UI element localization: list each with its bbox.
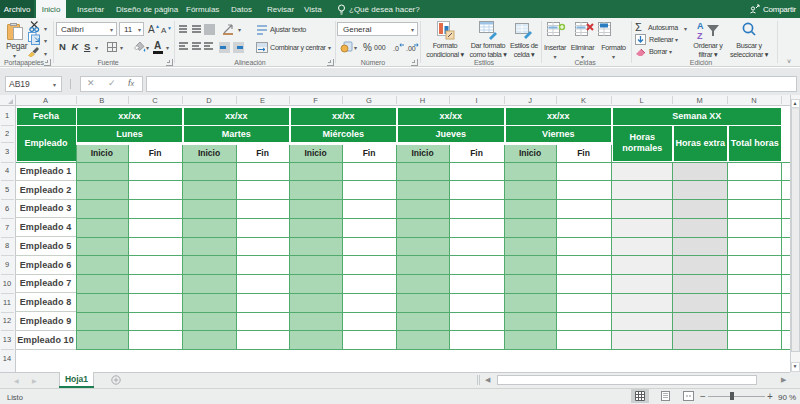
svg-text:.0: .0 — [393, 45, 399, 52]
